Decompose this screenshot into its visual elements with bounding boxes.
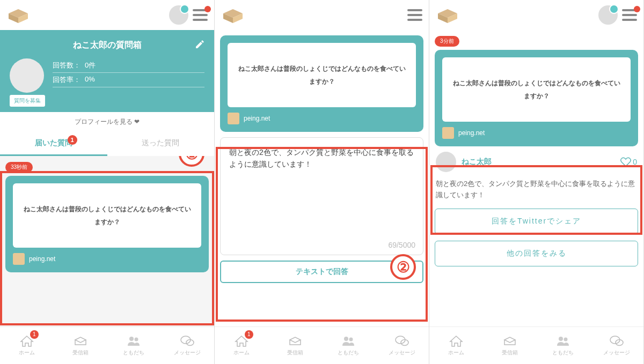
answer-rate: 0% [85, 75, 95, 85]
time-badge: 33秒前 [5, 162, 33, 173]
svg-point-5 [349, 338, 353, 341]
inbox-icon [502, 335, 517, 347]
answer-input[interactable]: 朝と夜の2色で、タンパク質と野菜を中心に食事を取るように意識しています！ 69/… [220, 137, 423, 255]
menu-icon[interactable] [407, 9, 422, 21]
box-icon [442, 127, 454, 139]
nav-badge: 1 [30, 330, 39, 339]
header [215, 0, 429, 30]
friends-icon [555, 335, 570, 347]
site-label: peing.net [458, 129, 485, 137]
share-button[interactable]: 回答をTwitterでシェア [435, 209, 638, 234]
content-area: 3分前 ねこ太郎さんは普段のしょくじではどんなものを食べていますか？ peing… [429, 30, 643, 326]
nav-message[interactable]: メッセージ [160, 327, 214, 364]
content-area: 33秒前 ねこ太郎さんは普段のしょくじではどんなものを食べていますか？ pein… [0, 156, 214, 326]
screen-answer: ねこ太郎さんは普段のしょくじではどんなものを食べていますか？ peing.net… [215, 0, 429, 364]
answer-rate-label: 回答率： [53, 75, 80, 85]
svg-point-0 [129, 337, 134, 341]
nav-home[interactable]: ホーム [429, 327, 483, 364]
content-area: ねこ太郎さんは普段のしょくじではどんなものを食べていますか？ peing.net… [215, 30, 429, 326]
header-avatar[interactable] [598, 5, 618, 25]
tab-sent[interactable]: 送った質問 [107, 132, 215, 156]
nav-inbox[interactable]: 受信箱 [54, 327, 107, 364]
question-card[interactable]: ねこ太郎さんは普段のしょくじではどんなものを食べていますか？ peing.net [5, 176, 209, 272]
profile-link[interactable]: プロフィールを見る ❤ [0, 112, 214, 132]
navbar: ホーム1 受信箱 ともだち メッセージ [215, 326, 429, 364]
screen-profile: ねこ太郎の質問箱 質問を募集 回答数：0件 回答率：0% プロフィールを見る ❤… [0, 0, 215, 364]
svg-point-1 [135, 338, 138, 341]
inbox-icon [73, 335, 88, 347]
time-badge: 3分前 [435, 36, 459, 47]
char-count: 69/5000 [388, 241, 415, 249]
profile-avatar [10, 58, 44, 93]
tab-badge: 1 [68, 135, 77, 145]
edit-icon[interactable] [195, 40, 204, 49]
message-icon [180, 335, 195, 347]
user-row: ねこ太郎 0 [435, 146, 638, 177]
question-text: ねこ太郎さんは普段のしょくじではどんなものを食べていますか？ [13, 183, 201, 248]
profile-title: ねこ太郎の質問箱 [73, 40, 142, 49]
site-label: peing.net [244, 115, 270, 122]
inbox-icon [288, 335, 303, 347]
svg-point-4 [344, 337, 348, 341]
logo-icon [436, 6, 459, 24]
user-name[interactable]: ねこ太郎 [462, 157, 615, 167]
nav-home[interactable]: ホーム1 [215, 327, 268, 364]
box-icon [228, 113, 239, 124]
menu-icon[interactable] [622, 9, 637, 21]
home-icon [449, 335, 464, 347]
like-button[interactable]: 0 [620, 157, 637, 167]
navbar: ホーム 受信箱 ともだち メッセージ [429, 326, 643, 364]
question-card: ねこ太郎さんは普段のしょくじではどんなものを食べていますか？ peing.net [435, 50, 638, 146]
heart-icon [620, 157, 631, 167]
friends-icon [126, 335, 141, 347]
friends-icon [341, 335, 356, 347]
tab-received[interactable]: 届いた質問1 [0, 132, 107, 156]
question-text: ねこ太郎さんは普段のしょくじではどんなものを食べていますか？ [442, 57, 631, 122]
svg-point-9 [564, 338, 568, 341]
others-button[interactable]: 他の回答をみる [435, 241, 638, 266]
svg-point-11 [616, 340, 623, 346]
tabs: 届いた質問1 送った質問 [0, 132, 214, 156]
header [0, 0, 214, 30]
menu-icon[interactable] [193, 9, 208, 21]
logo-icon [6, 6, 30, 24]
navbar: ホーム1 受信箱 ともだち メッセージ [0, 326, 214, 364]
header [429, 0, 643, 30]
answer-count: 0件 [85, 61, 96, 70]
answer-text: 朝と夜の2色で、タンパク質と野菜を中心に食事を取るように意識しています！ [229, 146, 414, 170]
nav-friends[interactable]: ともだち [322, 327, 376, 364]
logo-icon [221, 6, 245, 24]
message-icon [394, 335, 409, 347]
posted-answer: 朝と夜の2色で、タンパク質と野菜を中心に食事を取るように意識しています！ [435, 177, 638, 202]
svg-point-3 [186, 340, 194, 346]
nav-inbox[interactable]: 受信箱 [483, 327, 537, 364]
question-card: ねこ太郎さんは普段のしょくじではどんなものを食べていますか？ peing.net [220, 35, 423, 132]
nav-message[interactable]: メッセージ [590, 327, 643, 364]
nav-friends[interactable]: ともだち [107, 327, 161, 364]
user-avatar[interactable] [436, 152, 456, 172]
nav-home[interactable]: ホーム1 [0, 327, 54, 364]
nav-inbox[interactable]: 受信箱 [268, 327, 322, 364]
question-text: ねこ太郎さんは普段のしょくじではどんなものを食べていますか？ [228, 43, 416, 107]
message-icon [609, 335, 624, 347]
header-avatar[interactable] [169, 5, 188, 25]
box-icon [13, 253, 25, 265]
svg-point-7 [401, 340, 408, 346]
recruit-button[interactable]: 質問を募集 [10, 95, 45, 107]
answer-count-label: 回答数： [53, 61, 80, 70]
svg-point-8 [559, 337, 563, 341]
profile-card: ねこ太郎の質問箱 質問を募集 回答数：0件 回答率：0% [0, 30, 214, 112]
nav-friends[interactable]: ともだち [537, 327, 590, 364]
nav-badge: 1 [245, 330, 253, 339]
nav-message[interactable]: メッセージ [375, 327, 429, 364]
site-label: peing.net [29, 255, 55, 263]
screen-posted: 3分前 ねこ太郎さんは普段のしょくじではどんなものを食べていますか？ peing… [429, 0, 644, 364]
